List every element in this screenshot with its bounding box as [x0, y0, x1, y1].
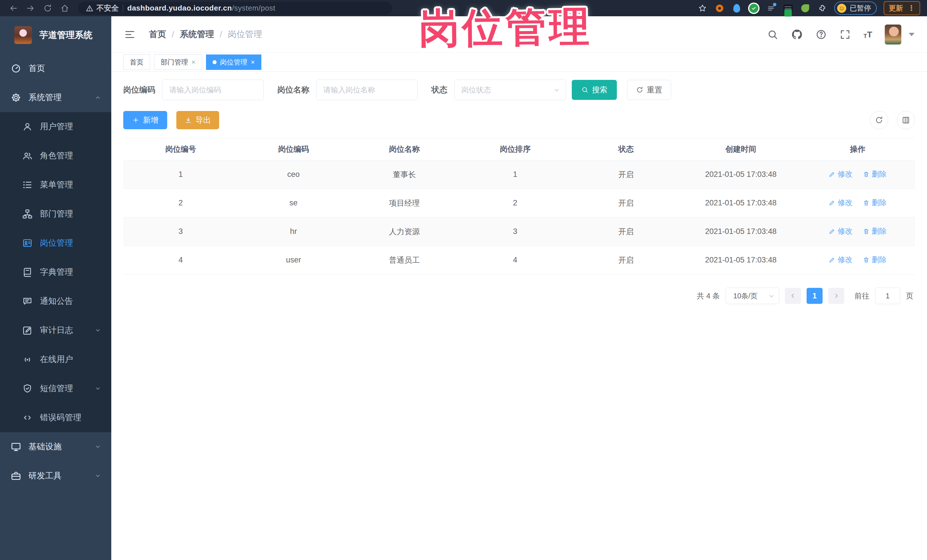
goto-page-input[interactable] [875, 288, 900, 304]
sidebar-item-online-users[interactable]: 在线用户 [0, 345, 111, 374]
table-row: 4 user 普通员工 4 开启 2021-01-05 17:03:48 修改 … [123, 246, 915, 275]
tags-view: 首页 部门管理 × 岗位管理 × [111, 53, 927, 71]
user-avatar[interactable] [885, 24, 901, 44]
delete-link[interactable]: 删除 [863, 226, 887, 236]
close-icon[interactable]: × [251, 58, 255, 66]
sidebar-item-users[interactable]: 用户管理 [0, 112, 111, 141]
gear-icon [10, 92, 22, 103]
extensions-puzzle-icon[interactable] [817, 3, 827, 14]
sidebar-item-notices[interactable]: 通知公告 [0, 287, 111, 316]
help-icon[interactable] [815, 29, 827, 40]
edit-link[interactable]: 修改 [828, 226, 853, 236]
sidebar-item-infrastructure[interactable]: 基础设施 [0, 432, 111, 461]
breadcrumb-home[interactable]: 首页 [149, 29, 166, 40]
sidebar-item-dictionary[interactable]: 字典管理 [0, 258, 111, 287]
refresh-icon [636, 86, 643, 94]
trash-icon [863, 171, 870, 178]
refresh-icon [875, 116, 883, 124]
post-name-label: 岗位名称 [277, 85, 309, 95]
chevron-down-icon [768, 292, 775, 300]
profile-paused-badge[interactable]: ☺ 已暂停 [834, 2, 877, 15]
export-button[interactable]: 导出 [176, 111, 219, 129]
refresh-table-button[interactable] [870, 111, 888, 129]
sidebar-item-posts[interactable]: 岗位管理 [0, 229, 111, 258]
edit-link[interactable]: 修改 [828, 169, 853, 179]
shield-icon [22, 383, 33, 394]
search-icon [581, 86, 589, 94]
browser-extensions-area: ☺ 已暂停 更新 ⋮ [697, 1, 920, 15]
breadcrumb-section[interactable]: 系统管理 [180, 29, 214, 40]
total-count: 共 4 条 [697, 291, 720, 301]
extension-blue-icon[interactable] [732, 3, 742, 14]
search-button[interactable]: 搜索 [572, 80, 617, 100]
sidebar-item-devtools[interactable]: 研发工具 [0, 461, 111, 490]
browser-update-button[interactable]: 更新 ⋮ [884, 1, 920, 15]
download-icon [185, 116, 192, 124]
github-icon[interactable] [791, 29, 803, 41]
browser-back-button[interactable] [7, 2, 20, 15]
post-code-input[interactable] [162, 80, 264, 100]
table-row: 2 se 项目经理 2 开启 2021-01-05 17:03:48 修改 删除 [123, 189, 915, 217]
tab-home[interactable]: 首页 [123, 55, 150, 70]
profile-emoji-icon: ☺ [837, 4, 846, 13]
pagination: 共 4 条 1 前往 页 [123, 288, 915, 304]
fullscreen-icon[interactable] [839, 29, 851, 40]
trash-icon [863, 199, 870, 206]
sidebar-item-departments[interactable]: 部门管理 [0, 199, 111, 229]
update-label: 更新 [889, 3, 903, 13]
extension-orange-icon[interactable] [714, 3, 725, 14]
sidebar-item-roles[interactable]: 角色管理 [0, 141, 111, 170]
sidebar-item-error-codes[interactable]: 错误码管理 [0, 403, 111, 432]
page-size-select[interactable] [726, 288, 779, 304]
table-row: 3 hr 人力资源 3 开启 2021-01-05 17:03:48 修改 删除 [123, 217, 915, 246]
edit-link[interactable]: 修改 [828, 198, 853, 208]
delete-link[interactable]: 删除 [863, 169, 887, 179]
sidebar-item-audit-log[interactable]: 审计日志 [0, 316, 111, 345]
status-select-input[interactable] [454, 80, 566, 100]
sidebar-item-system[interactable]: 系统管理 [0, 83, 111, 112]
extension-grid-icon[interactable] [766, 3, 776, 14]
browser-forward-button[interactable] [24, 2, 37, 15]
add-button[interactable]: 新增 [123, 111, 167, 129]
security-warning[interactable]: 不安全 [86, 3, 119, 13]
next-page-button[interactable] [828, 288, 844, 304]
col-header-created: 创建时间 [681, 138, 800, 160]
org-tree-icon [22, 208, 33, 219]
browser-reload-button[interactable] [41, 2, 54, 15]
extension-green-check-icon[interactable] [749, 3, 759, 14]
url-text: dashboard.yudao.iocoder.cn/system/post [127, 4, 275, 12]
id-badge-icon [22, 238, 33, 249]
monitor-icon [10, 441, 22, 452]
post-name-input[interactable] [316, 80, 418, 100]
extension-dark-icon[interactable] [783, 3, 793, 14]
reset-button[interactable]: 重置 [627, 80, 671, 100]
address-bar[interactable]: 不安全 dashboard.yudao.iocoder.cn/system/po… [78, 2, 392, 15]
bookmark-star-icon[interactable] [697, 3, 708, 14]
tab-departments[interactable]: 部门管理 × [154, 55, 202, 70]
app-logo-row[interactable]: 芋道管理系统 [0, 16, 111, 54]
delete-link[interactable]: 删除 [863, 255, 887, 265]
sidebar-item-sms[interactable]: 短信管理 [0, 374, 111, 403]
extension-leaf-icon[interactable] [800, 3, 810, 14]
column-settings-button[interactable] [897, 111, 915, 129]
page-content: 岗位编码 岗位名称 状态 搜索 [111, 71, 927, 560]
close-icon[interactable]: × [191, 58, 195, 66]
sidebar-item-menus[interactable]: 菜单管理 [0, 170, 111, 199]
filter-form: 岗位编码 岗位名称 状态 搜索 [123, 80, 915, 100]
app-title: 芋道管理系统 [40, 29, 93, 41]
search-icon[interactable] [767, 29, 778, 40]
tab-posts[interactable]: 岗位管理 × [206, 55, 261, 70]
sidebar-toggle-icon[interactable] [124, 29, 136, 41]
browser-menu-icon[interactable]: ⋮ [907, 6, 915, 11]
browser-home-button[interactable] [58, 2, 71, 15]
status-select[interactable] [454, 80, 566, 100]
status-text: 开启 [571, 189, 682, 217]
font-size-icon[interactable]: TT [863, 30, 872, 39]
edit-link[interactable]: 修改 [828, 255, 853, 265]
delete-link[interactable]: 删除 [863, 198, 887, 208]
avatar-caret-icon[interactable] [909, 33, 915, 36]
page-number-button[interactable]: 1 [807, 288, 822, 304]
table-toolbar: 新增 导出 [123, 111, 915, 129]
sidebar-item-home[interactable]: 首页 [0, 54, 111, 83]
prev-page-button[interactable] [785, 288, 801, 304]
